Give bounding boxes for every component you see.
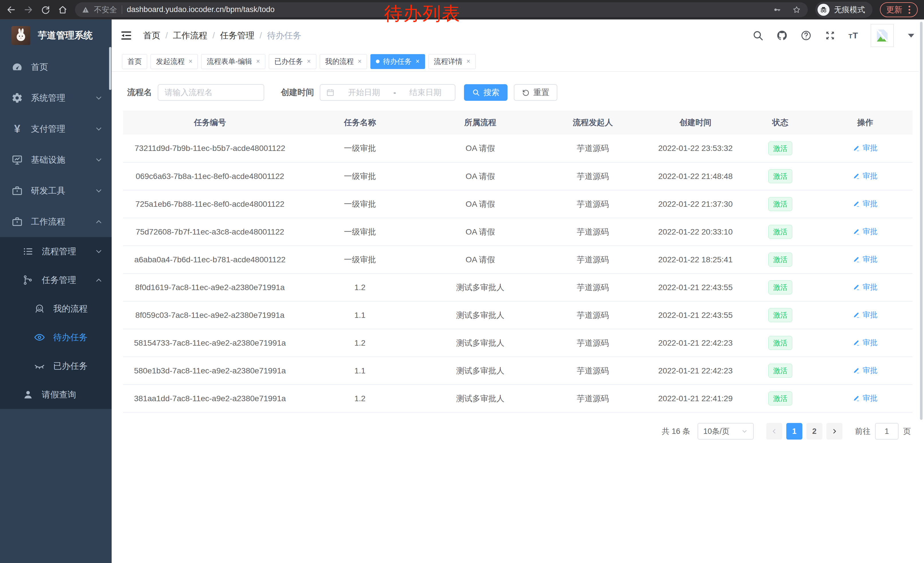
approve-link[interactable]: 审批 <box>853 143 878 153</box>
page-scrollbar-thumb[interactable] <box>920 22 922 420</box>
prev-page-button[interactable] <box>766 423 782 440</box>
user-icon <box>22 388 34 401</box>
table-row: 725a1eb6-7b88-11ec-8ef0-acde48001122一级审批… <box>123 190 912 218</box>
tag-home[interactable]: 首页 <box>122 54 147 69</box>
date-range-picker[interactable]: 开始日期 - 结束日期 <box>320 84 455 101</box>
reset-button[interactable]: 重置 <box>514 84 557 101</box>
tag-close-icon[interactable]: × <box>416 57 419 65</box>
dashboard-icon <box>11 61 24 73</box>
sidebar-scrollbar-thumb[interactable] <box>109 47 111 90</box>
font-size-icon[interactable]: TT <box>848 31 858 41</box>
sidebar-item-leave-query[interactable]: 请假查询 <box>0 380 112 409</box>
cell-id: 73211d9d-7b9b-11ec-b5b7-acde48001122 <box>123 135 297 162</box>
goto-page-input[interactable] <box>875 423 898 440</box>
page-button-1[interactable]: 1 <box>786 423 802 440</box>
sidebar-item-label: 待办任务 <box>53 332 103 343</box>
sidebar-item-todo-tasks[interactable]: 待办任务 <box>0 323 112 352</box>
status-badge: 激活 <box>768 169 792 183</box>
sidebar-collapse-icon[interactable] <box>120 29 133 42</box>
browser-menu-icon[interactable] <box>908 6 911 14</box>
breadcrumb-item[interactable]: 工作流程 <box>173 30 207 42</box>
approve-link[interactable]: 审批 <box>853 338 878 348</box>
process-name-input[interactable] <box>158 84 264 101</box>
status-badge: 激活 <box>768 197 792 211</box>
github-icon[interactable] <box>776 30 788 41</box>
sidebar-item-home[interactable]: 首页 <box>0 51 112 83</box>
search-icon[interactable] <box>752 30 764 41</box>
page-size-select[interactable]: 10条/页 <box>698 423 754 440</box>
approve-link[interactable]: 审批 <box>853 282 878 292</box>
column-header-3: 流程发起人 <box>538 111 648 135</box>
reset-icon <box>522 89 530 96</box>
avatar-caret-icon[interactable] <box>908 34 914 38</box>
reload-icon[interactable] <box>40 5 50 15</box>
cell-name: 一级审批 <box>297 218 423 246</box>
page-button-2[interactable]: 2 <box>806 423 822 440</box>
cell-starter: 芋道源码 <box>538 190 648 218</box>
create-time-label: 创建时间 <box>281 87 314 98</box>
tag-start-process[interactable]: 发起流程× <box>151 54 198 69</box>
sidebar-item-system-management[interactable]: 系统管理 <box>0 83 112 113</box>
calendar-icon <box>326 88 334 97</box>
approve-link[interactable]: 审批 <box>853 365 878 375</box>
home-icon[interactable] <box>58 5 68 15</box>
browser-update-button[interactable]: 更新 <box>880 2 918 17</box>
end-date-placeholder[interactable]: 结束日期 <box>402 87 449 98</box>
breadcrumb-item[interactable]: 首页 <box>143 30 160 42</box>
search-button[interactable]: 搜索 <box>464 84 507 101</box>
update-label[interactable]: 更新 <box>886 4 902 15</box>
sidebar-item-workflow[interactable]: 工作流程 <box>0 206 112 237</box>
start-date-placeholder[interactable]: 开始日期 <box>340 87 388 98</box>
cell-created: 2022-01-21 22:42:23 <box>648 357 743 384</box>
approve-link[interactable]: 审批 <box>853 310 878 320</box>
app-title: 芋道管理系统 <box>38 29 93 42</box>
security-label[interactable]: 不安全 <box>94 5 117 15</box>
process-name-label: 流程名 <box>127 87 152 98</box>
approve-link[interactable]: 审批 <box>853 393 878 403</box>
tag-done-tasks[interactable]: 已办任务× <box>269 54 316 69</box>
cell-action: 审批 <box>818 246 912 273</box>
tag-close-icon[interactable]: × <box>307 57 310 65</box>
column-header-2: 所属流程 <box>423 111 538 135</box>
cell-created: 2022-01-21 22:43:55 <box>648 301 743 329</box>
tag-my-process[interactable]: 我的流程× <box>320 54 367 69</box>
tag-close-icon[interactable]: × <box>256 57 260 65</box>
sidebar-item-task-management[interactable]: 任务管理 <box>0 266 112 294</box>
search-button-icon <box>472 89 480 96</box>
password-key-icon[interactable] <box>773 6 782 14</box>
eye-icon <box>33 331 46 344</box>
bookmark-star-icon[interactable] <box>792 6 801 14</box>
fullscreen-icon[interactable] <box>824 30 836 41</box>
tag-process-detail[interactable]: 流程详情× <box>429 54 476 69</box>
tag-close-icon[interactable]: × <box>466 57 470 65</box>
incognito-label: 无痕模式 <box>834 5 865 15</box>
tag-close-icon[interactable]: × <box>358 57 362 65</box>
sidebar-item-dev-tools[interactable]: 研发工具 <box>0 175 112 206</box>
app-logo[interactable]: 芋道管理系统 <box>0 20 112 51</box>
forward-icon[interactable] <box>24 5 33 15</box>
sidebar-item-process-management[interactable]: 流程管理 <box>0 237 112 266</box>
back-icon[interactable] <box>6 5 16 15</box>
sidebar-item-payment-management[interactable]: ¥支付管理 <box>0 113 112 144</box>
approve-link[interactable]: 审批 <box>853 171 878 181</box>
url-text[interactable]: dashboard.yudao.iocoder.cn/bpm/task/todo <box>127 5 762 14</box>
page-scrollbar[interactable] <box>919 20 924 563</box>
next-page-button[interactable] <box>826 423 842 440</box>
tag-form-edit[interactable]: 流程表单-编辑× <box>201 54 266 69</box>
user-avatar[interactable] <box>871 24 894 47</box>
sidebar-item-done-tasks[interactable]: 已办任务 <box>0 352 112 380</box>
approve-link[interactable]: 审批 <box>853 199 878 209</box>
help-icon[interactable] <box>800 30 812 41</box>
omnibox-divider <box>122 6 122 14</box>
cell-status: 激活 <box>743 329 818 357</box>
sidebar-item-infrastructure[interactable]: 基础设施 <box>0 144 112 175</box>
cell-id: 8f059c03-7ac8-11ec-a9e2-a2380e71991a <box>123 301 297 329</box>
cell-starter: 芋道源码 <box>538 357 648 384</box>
approve-link[interactable]: 审批 <box>853 254 878 264</box>
tag-todo-tasks[interactable]: 待办任务× <box>370 54 425 69</box>
breadcrumb-item[interactable]: 任务管理 <box>220 30 255 42</box>
sidebar-item-my-process[interactable]: 我的流程 <box>0 294 112 323</box>
address-bar[interactable]: 不安全 dashboard.yudao.iocoder.cn/bpm/task/… <box>75 2 808 17</box>
approve-link[interactable]: 审批 <box>853 227 878 237</box>
tag-close-icon[interactable]: × <box>189 57 192 65</box>
